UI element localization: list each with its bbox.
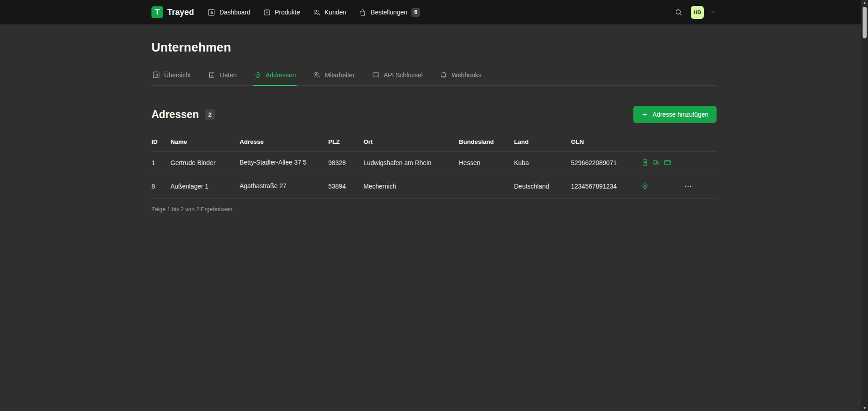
tab-label: Addressen	[266, 71, 296, 79]
tab-webhooks[interactable]: Webhooks	[439, 68, 482, 86]
dashboard-chart-icon	[208, 9, 215, 16]
data-clipboard-icon	[208, 71, 216, 79]
nav-item-label: Kunden	[325, 9, 346, 16]
company-tabs: Übersicht Daten Addressen Mitarbeiter AP…	[151, 68, 717, 86]
tab-addressen[interactable]: Addressen	[253, 68, 297, 86]
section-title: Adressen	[151, 109, 199, 121]
chevron-down-icon[interactable]	[710, 9, 717, 15]
main-nav: Dashboard Produkte Kunden Bestellungen	[208, 8, 420, 17]
address-count-badge: 2	[205, 109, 215, 120]
adresse-text: Agathastraße 27	[240, 182, 311, 191]
search-button[interactable]	[673, 6, 684, 18]
brand[interactable]: T Trayed	[151, 6, 194, 18]
col-header-ort: Ort	[363, 135, 459, 152]
cell-adresse: Agathastraße 27	[240, 174, 328, 198]
nav-item-label: Dashboard	[219, 9, 250, 16]
col-header-types	[641, 135, 682, 152]
cell-plz: 53894	[328, 174, 363, 198]
scrollbar-thumb[interactable]	[863, 7, 867, 38]
navbar-inner: T Trayed Dashboard Produkte Kunden	[141, 0, 727, 24]
cell-actions	[682, 152, 717, 174]
brand-name: Trayed	[167, 8, 194, 17]
cell-name: Außenlager 1	[170, 174, 240, 198]
cell-land: Deutschland	[514, 174, 571, 198]
tab-uebersicht[interactable]: Übersicht	[151, 68, 192, 86]
tab-label: API Schlüssel	[384, 71, 423, 79]
overview-chart-icon	[152, 71, 160, 79]
customers-users-icon	[313, 9, 321, 16]
tab-mitarbeiter[interactable]: Mitarbeiter	[312, 68, 355, 86]
scroll-up-arrow-icon[interactable]: ▲	[862, 0, 867, 5]
nav-item-dashboard[interactable]: Dashboard	[208, 9, 250, 16]
top-navbar: T Trayed Dashboard Produkte Kunden	[0, 0, 868, 24]
add-address-button-label: Adresse hinzufügen	[652, 111, 708, 118]
nav-item-label: Produkte	[275, 9, 300, 16]
truck-icon	[652, 159, 660, 166]
cell-id: 1	[151, 152, 170, 174]
tab-label: Webhooks	[452, 71, 481, 79]
cell-bundesland: Hessen	[459, 152, 514, 174]
orders-count-badge: 6	[411, 8, 420, 17]
orders-bag-icon	[359, 9, 367, 16]
col-header-id: ID	[151, 135, 170, 152]
cell-type-icons	[641, 152, 682, 174]
col-header-gln: GLN	[571, 135, 641, 152]
api-key-icon	[372, 71, 380, 79]
brand-logo-icon: T	[151, 6, 163, 18]
cell-bundesland	[459, 174, 514, 198]
col-header-plz: PLZ	[328, 135, 363, 152]
nav-item-bestellungen[interactable]: Bestellungen 6	[359, 8, 420, 17]
addresses-table: ID Name Adresse PLZ Ort Bundesland Land …	[151, 135, 717, 199]
plus-icon	[642, 111, 648, 118]
col-header-adresse: Adresse	[240, 135, 328, 152]
user-avatar[interactable]: HB	[691, 6, 704, 19]
table-header-row: ID Name Adresse PLZ Ort Bundesland Land …	[151, 135, 717, 152]
tab-label: Daten	[220, 71, 236, 79]
map-pin-icon	[254, 71, 262, 79]
credit-card-icon	[664, 159, 671, 166]
ellipsis-icon	[684, 182, 692, 190]
cell-gln: 5296622089071	[571, 152, 641, 174]
adresse-text: Betty-Stadler-Allee 37 5	[240, 158, 311, 167]
cell-id: 8	[151, 174, 170, 198]
cell-gln: 1234567891234	[571, 174, 641, 198]
col-header-actions	[682, 135, 717, 152]
cell-ort: Mechernich	[363, 174, 459, 198]
scroll-down-arrow-icon[interactable]: ▼	[862, 406, 867, 411]
results-summary: Zeige 1 bis 2 von 2 Ergebnissen	[151, 199, 717, 213]
add-address-button[interactable]: Adresse hinzufügen	[633, 106, 717, 123]
cell-land: Kuba	[514, 152, 571, 174]
nav-item-label: Bestellungen	[371, 9, 407, 16]
cell-ort: Ludwigshafen am Rhein	[363, 152, 459, 174]
col-header-land: Land	[514, 135, 571, 152]
col-header-name: Name	[170, 135, 240, 152]
map-pin-icon	[641, 182, 649, 190]
webhooks-bell-icon	[440, 71, 448, 79]
tab-label: Übersicht	[164, 71, 191, 79]
vertical-scrollbar[interactable]: ▲ ▼	[861, 0, 868, 411]
addresses-section-header: Adressen 2 Adresse hinzufügen	[151, 106, 717, 123]
employees-users-icon	[313, 71, 321, 79]
tab-daten[interactable]: Daten	[207, 68, 237, 86]
col-header-bundesland: Bundesland	[459, 135, 514, 152]
table-row[interactable]: 8 Außenlager 1 Agathastraße 27 53894 Mec…	[151, 174, 717, 198]
navbar-right: HB	[673, 6, 717, 19]
cell-plz: 98328	[328, 152, 363, 174]
cell-adresse: Betty-Stadler-Allee 37 5	[240, 152, 328, 174]
cell-actions	[682, 174, 717, 198]
products-box-icon	[263, 9, 271, 16]
nav-item-kunden[interactable]: Kunden	[313, 9, 346, 16]
search-icon	[675, 8, 683, 16]
page-content: Unternehmen Übersicht Daten Addressen Mi…	[151, 24, 717, 213]
cell-type-icons	[641, 174, 682, 198]
tab-label: Mitarbeiter	[325, 71, 354, 79]
receipt-icon	[641, 159, 649, 166]
row-menu-button[interactable]	[682, 180, 694, 192]
tab-api-schluessel[interactable]: API Schlüssel	[371, 68, 424, 86]
cell-name: Gertrude Binder	[170, 152, 240, 174]
nav-item-produkte[interactable]: Produkte	[263, 9, 300, 16]
table-row[interactable]: 1 Gertrude Binder Betty-Stadler-Allee 37…	[151, 152, 717, 174]
page-title: Unternehmen	[151, 41, 717, 55]
